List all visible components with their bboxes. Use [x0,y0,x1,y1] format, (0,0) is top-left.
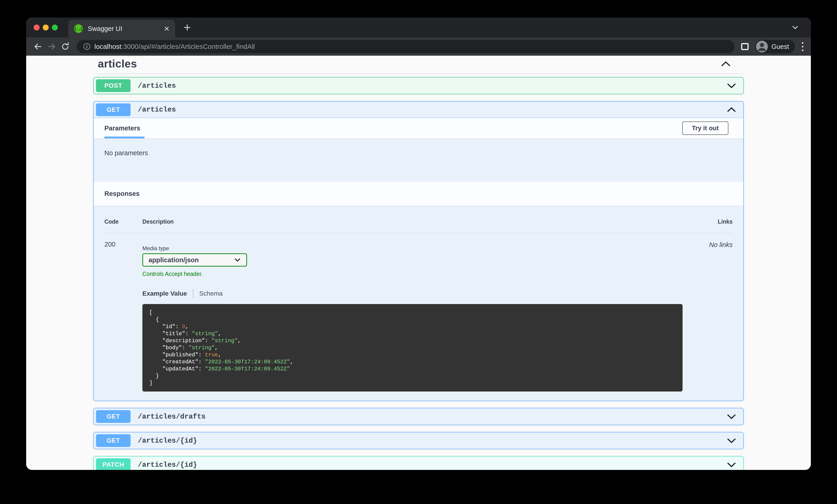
op-path: /articles/drafts [138,413,206,421]
opblock-get-articles-header[interactable]: GET /articles [94,101,743,118]
tab-divider [193,289,193,298]
example-json: [ { "id": 0, "title": "string", "descrip… [142,304,682,392]
expand-chevron-down-icon[interactable] [727,414,736,419]
select-chevron-down-icon [234,258,241,262]
side-panel-icon[interactable] [741,42,749,51]
opblock-post-articles-header[interactable]: POST /articles [94,77,743,94]
tab-strip: {…} Swagger UI [26,18,811,37]
tab-parameters[interactable]: Parameters [104,118,144,138]
expand-chevron-down-icon[interactable] [727,438,736,443]
tag-section-header[interactable]: articles [93,56,744,74]
model-example-tabs: Example Value Schema [142,289,682,298]
menu-kebab-icon[interactable] [801,41,804,52]
code-column-header: Code [104,218,142,225]
op-path: /articles/{id} [138,461,197,469]
no-parameters-text: No parameters [94,138,743,182]
close-window-button[interactable] [34,24,40,31]
address-bar[interactable]: localhost:3000/api/#/articles/ArticlesCo… [77,40,735,53]
media-type-select[interactable]: application/json [142,254,247,266]
responses-table: Code Description Links 200 Media type ap… [94,206,743,400]
links-column-header: Links [692,218,733,225]
media-type-label: Media type [142,245,682,251]
expand-chevron-down-icon[interactable] [727,462,736,467]
response-code: 200 [104,241,142,248]
opblock-patch-articles-id-header[interactable]: PATCH /articles/{id} [94,456,743,470]
tag-title: articles [98,57,137,70]
method-badge-post: POST [96,79,130,92]
url-host: localhost [94,43,121,50]
tab-schema[interactable]: Schema [199,290,223,297]
url-path: :3000/api/#/articles/ArticlesController_… [121,43,255,50]
minimize-window-button[interactable] [43,24,49,31]
opblock-post-articles: POST /articles [93,77,744,94]
opblock-get-articles-drafts-header[interactable]: GET /articles/drafts [94,408,743,425]
opblock-get-articles-id: GET /articles/{id} [93,432,744,449]
parameters-tab-header: Parameters Try it out [94,118,743,138]
reload-icon[interactable] [60,42,70,52]
opblock-get-articles-id-header[interactable]: GET /articles/{id} [94,432,743,449]
tab-close-icon[interactable] [163,25,170,32]
window-controls [34,24,58,31]
collapse-chevron-up-icon[interactable] [727,107,736,112]
method-badge-get: GET [96,104,130,116]
opblock-patch-articles-id: PATCH /articles/{id} [93,456,744,470]
expand-chevron-down-icon[interactable] [727,83,736,88]
no-links-text: No links [692,241,733,248]
controls-accept-note: Controls Accept header. [142,270,682,277]
back-icon[interactable] [33,42,43,52]
new-tab-button[interactable] [183,23,191,32]
profile-name: Guest [771,43,789,51]
browser-toolbar: localhost:3000/api/#/articles/ArticlesCo… [26,37,811,56]
swagger-favicon-icon: {…} [74,24,83,33]
avatar-icon [756,41,768,53]
method-badge-get: GET [96,434,130,447]
tab-title: Swagger UI [88,25,163,33]
page-content: articles POST /articles GET [26,56,811,470]
tab-example-value[interactable]: Example Value [142,290,187,297]
browser-tab-swagger-ui[interactable]: {…} Swagger UI [68,20,175,37]
media-type-value: application/json [148,256,199,264]
responses-section-header: Responses [94,182,743,206]
forward-icon[interactable] [47,42,57,52]
opblock-get-articles: GET /articles Parameters Try it out No p… [93,101,744,401]
tab-search-chevron-icon[interactable] [791,25,799,31]
description-column-header: Description [142,218,692,225]
try-it-out-button[interactable]: Try it out [682,122,729,135]
tag-collapse-chevron-up-icon[interactable] [720,61,731,67]
method-badge-patch: PATCH [96,458,130,470]
responses-table-head: Code Description Links [104,218,733,234]
maximize-window-button[interactable] [52,24,58,31]
profile-button[interactable]: Guest [755,40,795,53]
op-path: /articles [138,106,176,114]
url-text: localhost:3000/api/#/articles/ArticlesCo… [94,43,255,51]
opblock-get-articles-drafts: GET /articles/drafts [93,408,744,425]
response-row-200: 200 Media type application/json Controls… [104,234,733,392]
method-badge-get: GET [96,410,130,423]
site-info-icon[interactable] [83,43,91,51]
browser-window: {…} Swagger UI [26,18,811,470]
op-path: /articles/{id} [138,437,197,445]
op-path: /articles [138,82,176,90]
